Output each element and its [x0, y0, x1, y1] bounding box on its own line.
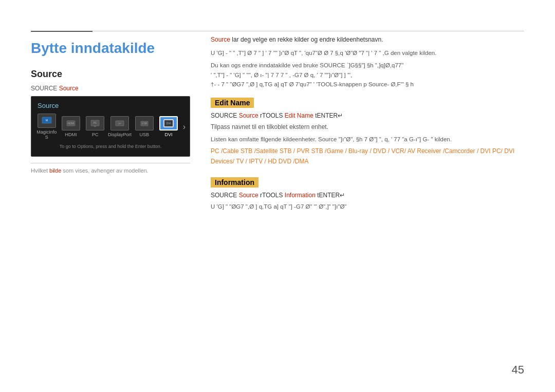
image-note-prefix: Hvilket — [31, 167, 49, 174]
device-label-pc: PC — [92, 132, 99, 137]
body-text-2: Du kan ogs endre inndatakilde ved bruke … — [211, 61, 524, 89]
svg-text:PC: PC — [94, 121, 97, 124]
info-command: SOURCE Source rTOOLS Information tENTER↵ — [211, 192, 524, 199]
command-mid: rTOOLS — [258, 112, 285, 119]
edit-name-heading: Edit Name — [211, 98, 254, 108]
source-hint: To go to Options, press and hold the Ent… — [35, 144, 186, 149]
info-information-red: Information — [285, 192, 316, 199]
device-label-usb: USB — [139, 132, 149, 137]
edit-name-list-text: Listen kan omfatte fllgende kildeenheter… — [211, 135, 524, 144]
device-icon-pc: PC — [86, 116, 104, 130]
source-device-box: Source M MagicInfo S — [31, 96, 190, 157]
info-command-mid: rTOOLS — [258, 192, 285, 199]
svg-text:USB: USB — [142, 122, 147, 125]
command-source-prefix: SOURCE — [211, 112, 239, 119]
device-icons-row: M MagicInfo S HDMI HDMI — [35, 114, 186, 140]
device-label-hdmi: HDMI — [65, 132, 77, 137]
left-column: Bytte inndatakilde Source SOURCE Source … — [31, 35, 190, 214]
source-label-prefix: SOURCE — [31, 85, 59, 92]
source-box-title: Source — [35, 102, 186, 109]
svg-text:M: M — [46, 119, 48, 122]
svg-text:DVI: DVI — [166, 122, 171, 125]
device-label-magicinfo: MagicInfo S — [35, 129, 58, 140]
device-magicinfo[interactable]: M MagicInfo S — [35, 114, 58, 140]
page-title: Bytte inndatakilde — [31, 40, 190, 57]
device-label-dvi: DVI — [164, 132, 172, 137]
info-source-prefix: SOURCE — [211, 192, 239, 199]
command-end: tENTER↵ — [313, 112, 343, 119]
device-displayport[interactable]: DP DisplayPort — [108, 116, 131, 137]
svg-rect-5 — [94, 126, 96, 127]
right-column: Source lar deg velge en rekke kilder og … — [211, 35, 524, 214]
device-icon-displayport: DP — [110, 116, 129, 130]
body-text-1: U 'G] - " " ,T"] Ø 7 " ] ' 7 "" ]ı"Ø qT … — [211, 48, 524, 58]
command-editname-red: Edit Name — [285, 112, 313, 119]
intro-red: Source — [211, 36, 230, 43]
info-source-red: Source — [239, 192, 258, 199]
device-usb[interactable]: USB USB — [133, 116, 155, 137]
device-label-displayport: DisplayPort — [108, 132, 132, 137]
source-section-title: Source — [31, 69, 190, 80]
device-icon-magicinfo: M — [38, 114, 56, 128]
information-heading: Information — [211, 177, 258, 188]
device-hdmi[interactable]: HDMI HDMI — [60, 116, 82, 137]
command-source-red: Source — [239, 112, 258, 119]
device-pc[interactable]: PC PC — [84, 116, 106, 137]
left-bottom-divider — [31, 163, 190, 163]
top-divider — [31, 31, 524, 31]
svg-text:HDMI: HDMI — [68, 122, 75, 125]
source-label-line: SOURCE Source — [31, 85, 190, 92]
intro-paragraph: Source lar deg velge en rekke kilder og … — [211, 35, 524, 44]
image-note: Hvilket bilde som vises, avhenger av mod… — [31, 167, 190, 174]
device-dvi[interactable]: DVI DVI — [157, 116, 179, 137]
image-note-suffix: som vises, avhenger av modellen. — [61, 167, 148, 174]
page-number: 45 — [512, 363, 524, 377]
image-note-red: bilde — [49, 167, 61, 174]
edit-name-command: SOURCE Source rTOOLS Edit Name tENTER↵ — [211, 112, 524, 119]
arrow-right-icon: › — [183, 122, 186, 132]
device-list-links: PC /Cable STB /Satellite STB / PVR STB /… — [211, 146, 524, 167]
source-label-red: Source — [59, 85, 79, 92]
svg-text:DP: DP — [118, 122, 121, 125]
edit-name-sub: Tilpass navnet til en tilkoblet ekstern … — [211, 122, 524, 132]
list-links-orange: PC /Cable STB /Satellite STB / PVR STB /… — [211, 147, 514, 165]
device-icon-dvi: DVI — [159, 116, 178, 130]
device-icon-usb: USB — [135, 116, 154, 130]
device-icon-hdmi: HDMI — [62, 116, 80, 130]
info-body: U 'G] " "ØG7 ",Ø ] q,TG a] qT "] -G7 Ø" … — [211, 202, 524, 211]
intro-text: lar deg velge en rekke kilder og endre k… — [230, 36, 383, 43]
info-command-end: tENTER↵ — [316, 192, 345, 199]
